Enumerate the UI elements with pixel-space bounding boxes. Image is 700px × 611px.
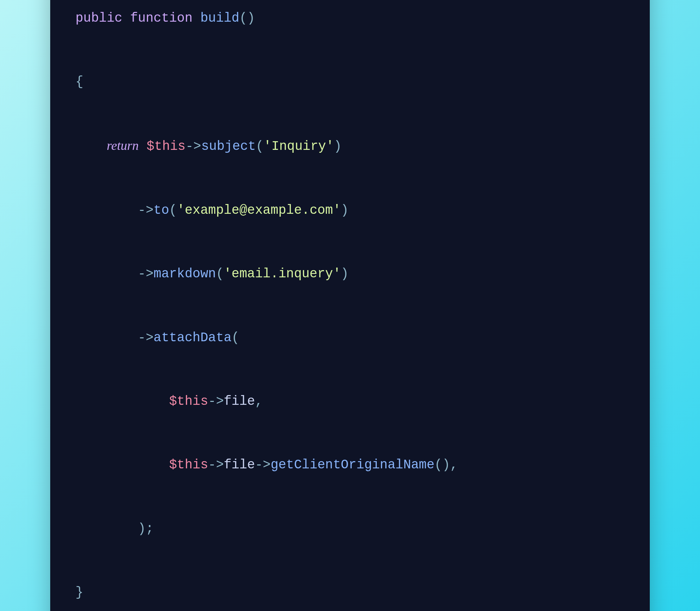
close-brace: } bbox=[75, 585, 83, 600]
keyword-public: public bbox=[75, 11, 122, 26]
close-paren: ) bbox=[138, 521, 146, 536]
function-name-build: build bbox=[200, 11, 239, 26]
arrow: -> bbox=[138, 330, 154, 345]
method-to: to bbox=[154, 203, 169, 218]
open-paren: ( bbox=[435, 458, 442, 472]
arrow: -> bbox=[208, 394, 224, 409]
code-block: public function build() { return $this->… bbox=[75, 3, 625, 609]
variable-this: $this bbox=[169, 458, 208, 472]
close-paren: ) bbox=[334, 139, 342, 154]
close-paren: ) bbox=[341, 203, 349, 218]
property-file: file bbox=[224, 394, 255, 409]
open-paren: ( bbox=[169, 203, 177, 218]
method-subject: subject bbox=[201, 139, 256, 154]
method-get-client-original-name: getClientOriginalName bbox=[271, 458, 435, 472]
arrow: -> bbox=[138, 203, 154, 218]
arrow: -> bbox=[138, 266, 154, 281]
arrow: -> bbox=[255, 458, 271, 472]
keyword-return: return bbox=[107, 138, 139, 153]
comma: , bbox=[255, 394, 263, 409]
close-paren: ) bbox=[247, 11, 255, 26]
open-paren: ( bbox=[216, 266, 224, 281]
property-file: file bbox=[224, 458, 255, 472]
string-view: 'email.inquery' bbox=[224, 266, 341, 281]
open-paren: ( bbox=[232, 330, 239, 345]
open-paren: ( bbox=[256, 139, 264, 154]
keyword-function: function bbox=[130, 11, 193, 26]
code-card: public function build() { return $this->… bbox=[50, 0, 650, 611]
open-brace: { bbox=[75, 74, 83, 89]
method-attach-data: attachData bbox=[154, 330, 232, 345]
string-inquiry: 'Inquiry' bbox=[264, 139, 334, 154]
arrow: -> bbox=[186, 139, 201, 154]
open-paren: ( bbox=[239, 11, 247, 26]
method-markdown: markdown bbox=[154, 266, 216, 281]
variable-this: $this bbox=[147, 139, 186, 154]
semicolon: ; bbox=[146, 521, 154, 536]
close-paren: ) bbox=[442, 458, 450, 472]
arrow: -> bbox=[208, 458, 224, 472]
close-paren: ) bbox=[341, 266, 349, 281]
comma: , bbox=[450, 458, 458, 472]
variable-this: $this bbox=[169, 394, 208, 409]
string-email: 'example@example.com' bbox=[177, 203, 341, 218]
